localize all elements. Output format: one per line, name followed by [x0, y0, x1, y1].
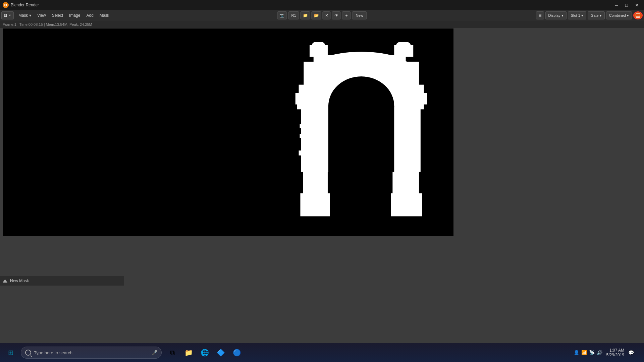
slot-label: Slot 1 ▾ [571, 13, 583, 18]
folder-icon-btn[interactable]: 📁 [301, 11, 310, 19]
system-tray-icons: 👤 📶 📡 🔊 [574, 350, 602, 355]
mask-menu-item2[interactable]: Mask [97, 12, 112, 19]
mask-menu-item[interactable]: Mask ▾ [16, 12, 34, 19]
volume-icon[interactable]: 🔊 [597, 350, 602, 355]
task-view-button[interactable]: ⧉ [165, 345, 180, 360]
camera-icon-btn[interactable]: 📷 [277, 11, 287, 19]
view-icon-btn[interactable]: 👁 [332, 11, 341, 19]
svg-rect-35 [328, 106, 394, 172]
render-slot: R1 [288, 11, 299, 19]
file-explorer-app[interactable]: 📁 [181, 345, 196, 360]
taskbar-apps: ⧉ 📁 🌐 🔷 🔵 [165, 345, 244, 360]
close-icon-btn[interactable]: ✕ [323, 11, 331, 19]
view-menu-item[interactable]: View [35, 12, 49, 19]
wifi-icon[interactable]: 📡 [589, 350, 595, 355]
combined-button[interactable]: Combined ▾ [606, 11, 632, 19]
system-clock[interactable]: 1:07 AM 5/29/2019 [605, 348, 626, 357]
display-label: Display ▾ [548, 13, 564, 18]
render-area [3, 28, 453, 236]
folder2-icon-btn[interactable]: 📂 [312, 11, 321, 19]
show-desktop-button[interactable] [637, 345, 639, 360]
clock-date: 5/29/2019 [606, 353, 624, 357]
extra-app-icon: 🔵 [233, 349, 241, 357]
title-bar-title: Blender Render [11, 3, 39, 7]
gate-button[interactable]: Gate ▾ [588, 11, 605, 19]
viewer-icon [635, 13, 641, 18]
combined-label: Combined ▾ [609, 13, 629, 18]
svg-rect-11 [391, 193, 422, 217]
file-explorer-icon: 📁 [184, 349, 193, 357]
render-slot-label: R1 [291, 13, 296, 17]
image-menu-item[interactable]: Image [66, 12, 83, 19]
svg-rect-29 [300, 124, 328, 128]
title-bar-left: Blender Render [3, 2, 39, 8]
gate-label: Gate ▾ [591, 13, 602, 18]
search-placeholder-text: Type here to search [34, 350, 72, 355]
menu-right: ⊞ Display ▾ Slot 1 ▾ Gate ▾ Combined ▾ [536, 11, 643, 19]
action-center-icon[interactable]: 💬 [628, 350, 634, 355]
title-bar-controls: ─ □ ✕ [612, 1, 641, 9]
editor-type-icon: 🖼 [4, 13, 7, 17]
edge-browser-app[interactable]: 🌐 [197, 345, 212, 360]
blender-taskbar-icon: 🔷 [217, 349, 225, 357]
panel-label: New Mask [10, 279, 29, 283]
info-bar: Frame:1 | Time:00:08.15 | Mem:13.54M, Pe… [0, 21, 644, 28]
menu-left: 🖼 ▼ Mask ▾ View Select Image Add Mask [1, 11, 536, 19]
search-icon [25, 350, 31, 356]
new-button[interactable]: New [352, 11, 367, 19]
clock-time: 1:07 AM [609, 348, 624, 353]
task-view-icon: ⧉ [170, 349, 175, 357]
bottom-panel: New Mask [0, 276, 124, 286]
display-button[interactable]: Display ▾ [545, 11, 567, 19]
svg-rect-9 [301, 108, 329, 172]
maximize-button[interactable]: □ [622, 1, 631, 9]
start-button[interactable]: ⊞ [3, 345, 19, 361]
svg-point-2 [5, 4, 6, 6]
menu-bar: 🖼 ▼ Mask ▾ View Select Image Add Mask 📷 … [0, 10, 644, 21]
info-text: Frame:1 | Time:00:08.15 | Mem:13.54M, Pe… [3, 22, 92, 26]
svg-rect-26 [299, 150, 330, 156]
select-menu-item[interactable]: Select [49, 12, 66, 19]
extra-app[interactable]: 🔵 [229, 345, 244, 360]
svg-rect-3 [636, 14, 640, 17]
close-button[interactable]: ✕ [632, 1, 641, 9]
add-icon-btn[interactable]: ＋ [342, 11, 351, 19]
blender-app[interactable]: 🔷 [213, 345, 228, 360]
windows-logo-icon: ⊞ [8, 349, 14, 357]
svg-rect-28 [300, 134, 328, 138]
title-bar: Blender Render ─ □ ✕ [0, 0, 644, 10]
taskbar-right: 👤 📶 📡 🔊 1:07 AM 5/29/2019 💬 [574, 345, 641, 360]
taskbar: ⊞ Type here to search 🎤 ⧉ 📁 🌐 🔷 🔵 👤 📶 📡 … [0, 343, 644, 362]
edge-icon: 🌐 [201, 349, 209, 357]
minimize-button[interactable]: ─ [612, 1, 621, 9]
menu-center: 📷 R1 📁 📂 ✕ 👁 ＋ New [277, 11, 367, 19]
panel-expand-triangle[interactable] [3, 279, 7, 283]
svg-point-32 [309, 169, 320, 178]
editor-type-chevron: ▼ [8, 14, 11, 17]
svg-rect-7 [300, 193, 330, 217]
slot-button[interactable]: Slot 1 ▾ [568, 11, 586, 19]
add-menu-item[interactable]: Add [84, 12, 96, 19]
people-icon[interactable]: 👤 [574, 350, 579, 355]
svg-rect-13 [391, 108, 420, 172]
blender-logo-icon [3, 2, 9, 8]
viewer-icon-button[interactable] [633, 11, 643, 19]
search-bar[interactable]: Type here to search 🎤 [21, 347, 162, 359]
editor-type-button[interactable]: 🖼 ▼ [1, 11, 14, 19]
svg-point-33 [400, 169, 412, 178]
network-icon[interactable]: 📶 [581, 350, 587, 355]
view-channels-icon[interactable]: ⊞ [536, 11, 544, 19]
microphone-icon[interactable]: 🎤 [152, 350, 157, 355]
arch-silhouette [292, 42, 433, 223]
